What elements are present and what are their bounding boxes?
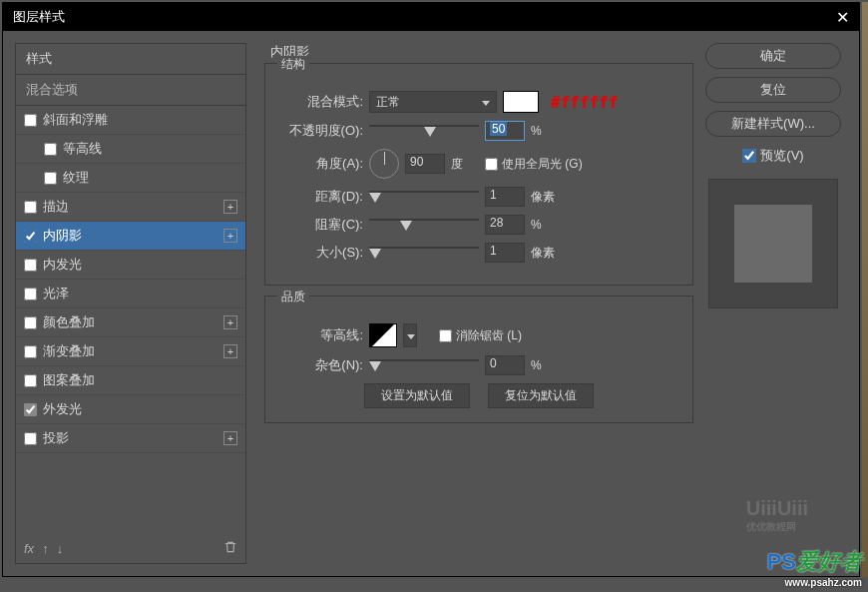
style-checkbox[interactable] xyxy=(24,288,37,300)
contour-picker[interactable] xyxy=(369,323,397,347)
size-label: 大小(S): xyxy=(277,244,363,262)
style-label: 渐变叠加 xyxy=(43,342,95,360)
plus-icon[interactable]: + xyxy=(223,431,237,445)
preview-swatch xyxy=(734,205,812,283)
fx-menu[interactable]: fx xyxy=(24,541,34,556)
preview-checkbox[interactable]: 预览(V) xyxy=(742,147,803,165)
style-item-10[interactable]: 外发光 xyxy=(16,395,245,424)
choke-label: 阻塞(C): xyxy=(277,216,363,234)
style-item-8[interactable]: 渐变叠加+ xyxy=(16,337,245,366)
style-checkbox[interactable] xyxy=(24,114,37,127)
angle-label: 角度(A): xyxy=(277,155,363,173)
effect-heading: 内阴影 xyxy=(270,43,693,61)
contour-label: 等高线: xyxy=(277,326,363,344)
size-input[interactable]: 1 xyxy=(485,243,525,263)
global-light-checkbox[interactable]: 使用全局光 (G) xyxy=(485,156,583,173)
make-default-button[interactable]: 设置为默认值 xyxy=(364,383,470,408)
close-icon[interactable]: ✕ xyxy=(836,8,849,27)
structure-fieldset: 结构 混合模式: 正常 #ffffff 不透明度(O): 50 % 角度(A): xyxy=(264,63,693,286)
style-label: 内阴影 xyxy=(43,227,82,245)
noise-slider[interactable] xyxy=(369,357,479,373)
ok-button[interactable]: 确定 xyxy=(705,43,841,69)
angle-dial[interactable] xyxy=(369,149,399,179)
structure-legend: 结构 xyxy=(277,56,309,73)
style-label: 外发光 xyxy=(43,400,82,418)
style-checkbox[interactable] xyxy=(44,143,57,156)
style-item-0[interactable]: 斜面和浮雕 xyxy=(16,106,245,135)
noise-label: 杂色(N): xyxy=(277,356,363,374)
distance-slider[interactable] xyxy=(369,189,479,205)
style-checkbox[interactable] xyxy=(24,201,37,214)
distance-label: 距离(D): xyxy=(277,188,363,206)
reset-default-button[interactable]: 复位为默认值 xyxy=(488,383,594,408)
style-label: 颜色叠加 xyxy=(43,313,95,331)
blend-options-row[interactable]: 混合选项 xyxy=(16,75,245,106)
titlebar: 图层样式 ✕ xyxy=(3,3,859,31)
styles-footer: fx ↑ ↓ xyxy=(16,534,245,563)
style-item-7[interactable]: 颜色叠加+ xyxy=(16,308,245,337)
trash-icon[interactable] xyxy=(223,540,237,557)
hex-annotation: #ffffff xyxy=(551,93,618,112)
style-checkbox[interactable] xyxy=(24,432,37,445)
preview-box xyxy=(708,179,838,308)
style-item-1[interactable]: 等高线 xyxy=(16,135,245,164)
style-item-9[interactable]: 图案叠加 xyxy=(16,366,245,395)
styles-header[interactable]: 样式 xyxy=(16,44,245,75)
style-item-3[interactable]: 描边+ xyxy=(16,193,245,222)
plus-icon[interactable]: + xyxy=(223,315,237,329)
arrow-up-icon[interactable]: ↑ xyxy=(42,541,49,556)
style-checkbox[interactable] xyxy=(24,403,37,416)
style-item-11[interactable]: 投影+ xyxy=(16,424,245,453)
style-item-6[interactable]: 光泽 xyxy=(16,280,245,308)
style-label: 内发光 xyxy=(43,256,82,274)
style-label: 纹理 xyxy=(63,169,89,187)
new-style-button[interactable]: 新建样式(W)... xyxy=(705,111,841,137)
cancel-button[interactable]: 复位 xyxy=(705,77,841,103)
noise-input[interactable]: 0 xyxy=(485,355,525,375)
style-label: 投影 xyxy=(43,429,69,447)
distance-input[interactable]: 1 xyxy=(485,187,525,207)
style-checkbox[interactable] xyxy=(24,230,37,243)
blend-mode-dropdown[interactable]: 正常 xyxy=(369,91,497,113)
style-label: 图案叠加 xyxy=(43,371,95,389)
color-swatch[interactable] xyxy=(503,91,539,113)
style-checkbox[interactable] xyxy=(24,374,37,387)
angle-input[interactable]: 90 xyxy=(405,154,445,174)
opacity-label: 不透明度(O): xyxy=(277,122,363,140)
opacity-input[interactable]: 50 xyxy=(485,121,525,141)
plus-icon[interactable]: + xyxy=(223,344,237,358)
style-label: 斜面和浮雕 xyxy=(43,111,108,129)
size-slider[interactable] xyxy=(369,245,479,261)
quality-fieldset: 品质 等高线: 消除锯齿 (L) 杂色(N): 0 % 设置为默认值 复位为 xyxy=(264,296,693,423)
plus-icon[interactable]: + xyxy=(223,200,237,214)
style-label: 描边 xyxy=(43,198,69,216)
blend-mode-label: 混合模式: xyxy=(277,93,363,111)
style-item-4[interactable]: 内阴影+ xyxy=(16,222,245,251)
contour-dropdown-icon[interactable] xyxy=(403,323,417,347)
quality-legend: 品质 xyxy=(277,289,309,305)
styles-list-panel: 样式 混合选项 斜面和浮雕等高线纹理描边+内阴影+内发光光泽颜色叠加+渐变叠加+… xyxy=(15,43,246,564)
choke-slider[interactable] xyxy=(369,217,479,233)
style-label: 等高线 xyxy=(63,140,102,158)
antialias-checkbox[interactable]: 消除锯齿 (L) xyxy=(439,327,522,344)
arrow-down-icon[interactable]: ↓ xyxy=(57,541,64,556)
dialog-title: 图层样式 xyxy=(13,8,65,26)
style-checkbox[interactable] xyxy=(24,316,37,329)
style-checkbox[interactable] xyxy=(24,345,37,358)
layer-style-dialog: 图层样式 ✕ 样式 混合选项 斜面和浮雕等高线纹理描边+内阴影+内发光光泽颜色叠… xyxy=(2,2,860,577)
style-checkbox[interactable] xyxy=(24,259,37,272)
plus-icon[interactable]: + xyxy=(223,229,237,243)
style-item-2[interactable]: 纹理 xyxy=(16,164,245,193)
choke-input[interactable]: 28 xyxy=(485,215,525,235)
style-checkbox[interactable] xyxy=(44,172,57,185)
style-item-5[interactable]: 内发光 xyxy=(16,251,245,280)
style-label: 光泽 xyxy=(43,285,69,302)
opacity-slider[interactable] xyxy=(369,123,479,139)
